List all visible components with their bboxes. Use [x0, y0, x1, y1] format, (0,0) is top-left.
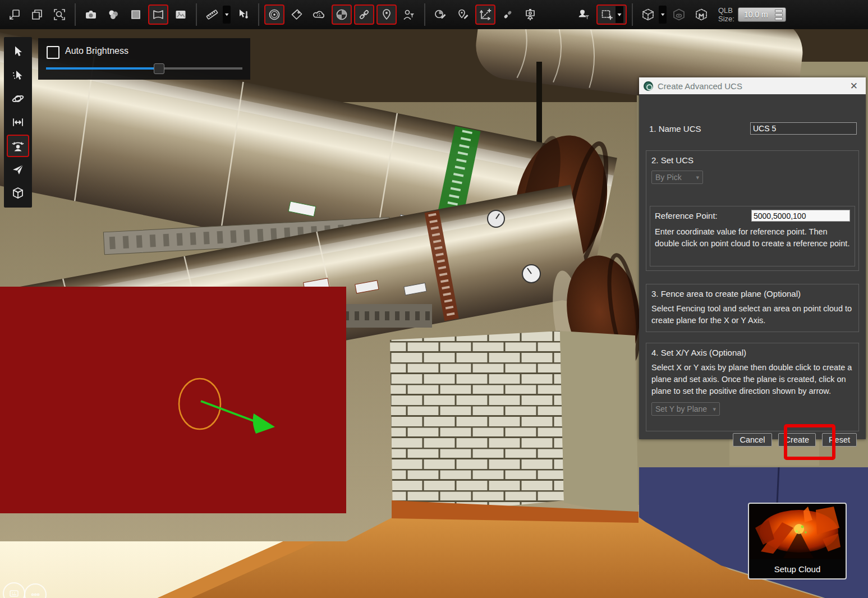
view-cube-tool-icon[interactable] — [7, 182, 29, 204]
brightness-slider-fill — [46, 67, 158, 70]
fence-markers — [0, 287, 346, 513]
set-axis-hint: Select X or Y axis by plane then double … — [651, 362, 853, 397]
solid-view-icon[interactable] — [126, 4, 146, 25]
brightness-slider-track[interactable] — [46, 67, 242, 70]
look-around-tool-icon[interactable] — [7, 135, 29, 157]
ucs-dialog-icon — [644, 81, 653, 91]
set-axis-label: 4. Set X/Y Axis (Optional) — [651, 348, 853, 357]
toolbar-separator — [75, 3, 76, 26]
cancel-button[interactable]: Cancel — [733, 433, 771, 447]
set-ucs-dropdown[interactable]: By Pick ▾ — [651, 171, 703, 184]
axis-direction-line — [201, 401, 259, 423]
registration-sphere-icon[interactable] — [332, 4, 352, 25]
reference-point-group: Reference Point: Enter coordinate value … — [650, 206, 855, 266]
toolbar-separator — [424, 3, 425, 26]
reset-button[interactable]: Reset — [822, 433, 857, 447]
setup-cloud-label: Setup Cloud — [749, 564, 846, 574]
duplicate-view-icon[interactable] — [27, 4, 47, 25]
toolbar-separator — [258, 3, 259, 26]
ucs-name-input[interactable] — [750, 122, 857, 135]
camera-icon[interactable] — [81, 4, 101, 25]
filter-people-icon[interactable] — [399, 4, 419, 25]
reference-point-circle — [179, 379, 221, 429]
clipping-box-icon[interactable] — [638, 4, 658, 25]
clipping-box-manager-icon[interactable] — [691, 4, 711, 25]
point-cloud-icon[interactable] — [309, 4, 329, 25]
fence-area-hint: Select Fencing tool and select an area o… — [651, 303, 853, 326]
fence-area-label: 3. Fence area to create plane (Optional) — [651, 289, 853, 298]
scan-point-icon[interactable] — [264, 4, 284, 25]
qlb-size-value: 10.0 m — [744, 10, 768, 19]
set-axis-group: 4. Set X/Y Axis (Optional) Select X or Y… — [646, 343, 859, 431]
chevron-down-icon: ▾ — [713, 406, 716, 413]
link-icon[interactable] — [354, 4, 374, 25]
qlb-size-input[interactable]: 10.0 m — [738, 7, 786, 22]
fence-area-group: 3. Fence area to create plane (Optional)… — [646, 284, 859, 332]
multi-select-tool-icon[interactable] — [7, 64, 29, 86]
setup-cloud-thumbnail[interactable]: Setup Cloud — [748, 503, 847, 579]
dialog-title: Create Advanced UCS — [658, 81, 847, 91]
pick-temperature-icon[interactable] — [233, 4, 253, 25]
ellipsis-icon — [30, 589, 41, 598]
left-toolbar — [4, 37, 32, 208]
brightness-slider-handle[interactable] — [154, 63, 164, 74]
selection-rectangle-icon[interactable] — [596, 4, 627, 25]
color-mode-icon[interactable] — [103, 4, 123, 25]
link-objects-icon[interactable] — [498, 4, 518, 25]
auto-brightness-label: Auto Brightness — [65, 46, 128, 56]
import-export-icon[interactable] — [4, 4, 25, 25]
image-view-icon[interactable] — [171, 4, 191, 25]
filter-scans-icon[interactable] — [574, 4, 594, 25]
close-icon[interactable]: ✕ — [847, 80, 861, 92]
fence-area-plane[interactable] — [0, 287, 346, 513]
create-button[interactable]: Create — [778, 433, 816, 447]
measure-dropdown-icon[interactable] — [223, 6, 231, 24]
edit-sphere-icon[interactable] — [430, 4, 451, 25]
edit-pin-icon[interactable] — [453, 4, 473, 25]
toolbar-separator — [196, 3, 197, 26]
projector-screen-icon[interactable] — [520, 4, 540, 25]
qlb-size-spinner[interactable] — [775, 10, 783, 20]
dialog-title-bar[interactable]: Create Advanced UCS ✕ — [639, 77, 866, 94]
pan-tool-icon[interactable] — [7, 111, 29, 134]
set-ucs-group: 2. Set UCS By Pick ▾ Reference Point: En… — [646, 150, 859, 271]
keyboard-pad-icon — [8, 588, 20, 598]
qlb-size-label: QLB Size: — [718, 6, 734, 23]
name-ucs-label: 1. Name UCS — [649, 124, 701, 134]
axis-direction-arrowhead — [253, 413, 275, 434]
setup-cloud-preview — [750, 505, 845, 559]
map-pin-icon[interactable] — [376, 4, 397, 25]
auto-brightness-checkbox[interactable] — [47, 46, 59, 59]
orbit-tool-icon[interactable] — [7, 88, 29, 110]
reference-point-label: Reference Point: — [655, 211, 718, 220]
create-advanced-ucs-dialog: Create Advanced UCS ✕ 1. Name UCS 2. Set… — [639, 77, 866, 439]
set-axis-dropdown[interactable]: Set Y by Plane ▾ — [651, 402, 720, 416]
create-ucs-axis-icon[interactable] — [475, 4, 495, 25]
reference-point-hint: Enter coordinate value for reference poi… — [655, 226, 850, 250]
select-tool-icon[interactable] — [7, 40, 29, 63]
brightness-panel: Auto Brightness — [38, 38, 250, 80]
panorama-view-icon[interactable] — [148, 4, 168, 25]
chevron-down-icon: ▾ — [696, 174, 699, 181]
measure-icon[interactable] — [202, 4, 222, 25]
annotation-tag-icon[interactable] — [287, 4, 307, 25]
zoom-region-icon[interactable] — [49, 4, 70, 25]
toolbar-separator — [632, 3, 633, 26]
top-toolbar: QLB Size: 10.0 m — [0, 0, 868, 29]
clipping-box-dropdown-icon[interactable] — [659, 6, 667, 24]
fly-tool-icon[interactable] — [7, 158, 29, 181]
reference-point-input[interactable] — [751, 210, 850, 222]
set-ucs-label: 2. Set UCS — [651, 155, 853, 165]
dialog-body: 1. Name UCS 2. Set UCS By Pick ▾ Referen… — [639, 94, 866, 439]
clipping-box-visibility-icon[interactable] — [669, 4, 689, 25]
